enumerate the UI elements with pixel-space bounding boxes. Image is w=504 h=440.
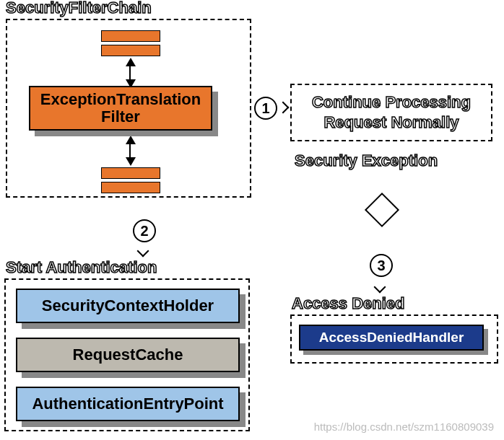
step-3-badge: 3 xyxy=(370,254,393,277)
decision-diamond-icon xyxy=(365,193,399,227)
bidirectional-arrow-icon xyxy=(129,65,131,81)
bidirectional-arrow-icon xyxy=(129,143,131,159)
authentication-entry-point-box: AuthenticationEntryPoint xyxy=(16,387,240,421)
start-authentication-label: Start Authentication xyxy=(6,260,157,276)
step-2-badge: 2 xyxy=(133,219,156,242)
filter-bar-icon xyxy=(101,45,160,56)
security-context-holder-box: SecurityContextHolder xyxy=(16,289,240,323)
filter-bar-icon xyxy=(101,167,160,179)
start-authentication-group: SecurityContextHolder RequestCache Authe… xyxy=(4,278,250,431)
continue-processing-group: Continue Processing Request Normally xyxy=(290,84,492,141)
security-exception-label: Security Exception xyxy=(295,151,438,170)
arrowhead-down-icon xyxy=(374,281,386,294)
exception-translation-filter-box: ExceptionTranslation Filter xyxy=(29,86,212,131)
filter-bar-icon xyxy=(101,30,160,42)
watermark: https://blog.csdn.net/szm1160809039 xyxy=(314,421,494,433)
request-cache-box: RequestCache xyxy=(16,338,240,372)
security-filter-chain-label: SecurityFilterChain xyxy=(6,0,152,16)
arrowhead-right-icon xyxy=(277,102,290,114)
access-denied-label: Access Denied xyxy=(292,296,405,312)
step-1-badge: 1 xyxy=(254,97,277,120)
access-denied-handler-box: AccessDeniedHandler xyxy=(299,325,484,351)
arrowhead-down-icon xyxy=(137,245,149,258)
filter-bar-icon xyxy=(101,182,160,193)
